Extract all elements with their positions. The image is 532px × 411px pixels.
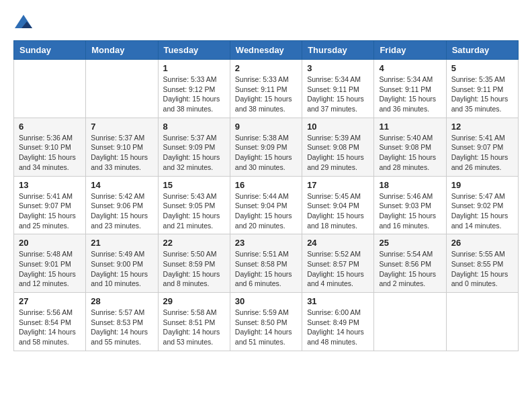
- day-number: 15: [163, 180, 225, 190]
- day-number: 13: [19, 180, 81, 190]
- day-number: 24: [307, 238, 369, 248]
- calendar-cell: 23Sunrise: 5:51 AM Sunset: 8:58 PM Dayli…: [230, 234, 302, 293]
- day-number: 20: [19, 238, 81, 248]
- day-info: Sunrise: 5:50 AM Sunset: 8:59 PM Dayligh…: [163, 249, 225, 289]
- calendar-cell: 13Sunrise: 5:41 AM Sunset: 9:07 PM Dayli…: [14, 176, 86, 234]
- day-info: Sunrise: 5:35 AM Sunset: 9:11 PM Dayligh…: [451, 75, 513, 114]
- day-info: Sunrise: 5:56 AM Sunset: 8:54 PM Dayligh…: [19, 308, 81, 347]
- day-info: Sunrise: 5:49 AM Sunset: 9:00 PM Dayligh…: [91, 249, 152, 289]
- day-number: 27: [19, 296, 81, 306]
- calendar-cell: 6Sunrise: 5:36 AM Sunset: 9:10 PM Daylig…: [14, 118, 86, 176]
- day-info: Sunrise: 5:57 AM Sunset: 8:53 PM Dayligh…: [91, 308, 152, 347]
- day-number: 23: [235, 238, 297, 248]
- day-number: 25: [379, 238, 441, 248]
- calendar-cell: [86, 60, 158, 118]
- calendar-cell: 14Sunrise: 5:42 AM Sunset: 9:06 PM Dayli…: [86, 176, 158, 234]
- calendar-cell: 3Sunrise: 5:34 AM Sunset: 9:11 PM Daylig…: [302, 60, 374, 118]
- day-info: Sunrise: 5:42 AM Sunset: 9:06 PM Dayligh…: [91, 191, 152, 231]
- calendar-header-row: SundayMondayTuesdayWednesdayThursdayFrid…: [14, 41, 519, 60]
- day-info: Sunrise: 5:41 AM Sunset: 9:07 PM Dayligh…: [19, 191, 81, 231]
- calendar-week-row: 6Sunrise: 5:36 AM Sunset: 9:10 PM Daylig…: [14, 118, 519, 176]
- day-number: 12: [451, 122, 513, 132]
- day-info: Sunrise: 5:44 AM Sunset: 9:04 PM Dayligh…: [235, 191, 297, 231]
- calendar-day-header: Saturday: [446, 41, 518, 60]
- day-number: 30: [235, 296, 297, 306]
- logo-icon: [13, 13, 34, 34]
- calendar-cell: 22Sunrise: 5:50 AM Sunset: 8:59 PM Dayli…: [158, 234, 230, 293]
- calendar-cell: 10Sunrise: 5:39 AM Sunset: 9:08 PM Dayli…: [302, 118, 374, 176]
- calendar-week-row: 20Sunrise: 5:48 AM Sunset: 9:01 PM Dayli…: [14, 234, 519, 293]
- calendar-cell: 18Sunrise: 5:46 AM Sunset: 9:03 PM Dayli…: [374, 176, 446, 234]
- calendar-cell: 26Sunrise: 5:55 AM Sunset: 8:55 PM Dayli…: [446, 234, 518, 293]
- day-info: Sunrise: 5:46 AM Sunset: 9:03 PM Dayligh…: [379, 191, 441, 231]
- calendar-cell: 12Sunrise: 5:41 AM Sunset: 9:07 PM Dayli…: [446, 118, 518, 176]
- calendar-cell: 29Sunrise: 5:58 AM Sunset: 8:51 PM Dayli…: [158, 293, 230, 351]
- calendar-cell: 30Sunrise: 5:59 AM Sunset: 8:50 PM Dayli…: [230, 293, 302, 351]
- day-info: Sunrise: 5:37 AM Sunset: 9:09 PM Dayligh…: [163, 133, 225, 173]
- day-info: Sunrise: 5:40 AM Sunset: 9:08 PM Dayligh…: [379, 133, 441, 173]
- calendar-cell: 15Sunrise: 5:43 AM Sunset: 9:05 PM Dayli…: [158, 176, 230, 234]
- day-info: Sunrise: 5:34 AM Sunset: 9:11 PM Dayligh…: [307, 75, 369, 114]
- calendar-week-row: 13Sunrise: 5:41 AM Sunset: 9:07 PM Dayli…: [14, 176, 519, 234]
- calendar-cell: 28Sunrise: 5:57 AM Sunset: 8:53 PM Dayli…: [86, 293, 158, 351]
- day-info: Sunrise: 5:33 AM Sunset: 9:12 PM Dayligh…: [163, 75, 225, 114]
- day-info: Sunrise: 6:00 AM Sunset: 8:49 PM Dayligh…: [307, 308, 369, 347]
- calendar-cell: 24Sunrise: 5:52 AM Sunset: 8:57 PM Dayli…: [302, 234, 374, 293]
- day-info: Sunrise: 5:38 AM Sunset: 9:09 PM Dayligh…: [235, 133, 297, 173]
- day-number: 17: [307, 180, 369, 190]
- day-number: 18: [379, 180, 441, 190]
- calendar-day-header: Wednesday: [230, 41, 302, 60]
- day-info: Sunrise: 5:51 AM Sunset: 8:58 PM Dayligh…: [235, 249, 297, 289]
- calendar-cell: 11Sunrise: 5:40 AM Sunset: 9:08 PM Dayli…: [374, 118, 446, 176]
- calendar-cell: [14, 60, 86, 118]
- day-number: 22: [163, 238, 225, 248]
- day-number: 4: [379, 63, 441, 73]
- day-number: 1: [163, 63, 225, 73]
- day-number: 8: [163, 122, 225, 132]
- day-number: 29: [163, 296, 225, 306]
- day-info: Sunrise: 5:58 AM Sunset: 8:51 PM Dayligh…: [163, 308, 225, 347]
- day-info: Sunrise: 5:43 AM Sunset: 9:05 PM Dayligh…: [163, 191, 225, 231]
- calendar-cell: 31Sunrise: 6:00 AM Sunset: 8:49 PM Dayli…: [302, 293, 374, 351]
- day-number: 21: [91, 238, 152, 248]
- day-number: 10: [307, 122, 369, 132]
- calendar-cell: [374, 293, 446, 351]
- day-info: Sunrise: 5:45 AM Sunset: 9:04 PM Dayligh…: [307, 191, 369, 231]
- calendar-week-row: 27Sunrise: 5:56 AM Sunset: 8:54 PM Dayli…: [14, 293, 519, 351]
- day-number: 31: [307, 296, 369, 306]
- day-number: 26: [451, 238, 513, 248]
- day-info: Sunrise: 5:55 AM Sunset: 8:55 PM Dayligh…: [451, 249, 513, 289]
- logo: [13, 13, 36, 34]
- day-info: Sunrise: 5:39 AM Sunset: 9:08 PM Dayligh…: [307, 133, 369, 173]
- calendar-week-row: 1Sunrise: 5:33 AM Sunset: 9:12 PM Daylig…: [14, 60, 519, 118]
- day-number: 2: [235, 63, 297, 73]
- calendar-cell: 4Sunrise: 5:34 AM Sunset: 9:11 PM Daylig…: [374, 60, 446, 118]
- calendar-day-header: Friday: [374, 41, 446, 60]
- calendar-cell: 16Sunrise: 5:44 AM Sunset: 9:04 PM Dayli…: [230, 176, 302, 234]
- day-number: 7: [91, 122, 152, 132]
- calendar-cell: 8Sunrise: 5:37 AM Sunset: 9:09 PM Daylig…: [158, 118, 230, 176]
- day-info: Sunrise: 5:48 AM Sunset: 9:01 PM Dayligh…: [19, 249, 81, 289]
- day-info: Sunrise: 5:41 AM Sunset: 9:07 PM Dayligh…: [451, 133, 513, 173]
- calendar-cell: 20Sunrise: 5:48 AM Sunset: 9:01 PM Dayli…: [14, 234, 86, 293]
- day-info: Sunrise: 5:34 AM Sunset: 9:11 PM Dayligh…: [379, 75, 441, 114]
- calendar-cell: 21Sunrise: 5:49 AM Sunset: 9:00 PM Dayli…: [86, 234, 158, 293]
- page-header: [13, 13, 519, 34]
- calendar-day-header: Thursday: [302, 41, 374, 60]
- day-number: 11: [379, 122, 441, 132]
- day-number: 14: [91, 180, 152, 190]
- day-info: Sunrise: 5:59 AM Sunset: 8:50 PM Dayligh…: [235, 308, 297, 347]
- calendar-day-header: Tuesday: [158, 41, 230, 60]
- day-number: 3: [307, 63, 369, 73]
- calendar-cell: 19Sunrise: 5:47 AM Sunset: 9:02 PM Dayli…: [446, 176, 518, 234]
- day-info: Sunrise: 5:47 AM Sunset: 9:02 PM Dayligh…: [451, 191, 513, 231]
- day-info: Sunrise: 5:52 AM Sunset: 8:57 PM Dayligh…: [307, 249, 369, 289]
- day-info: Sunrise: 5:36 AM Sunset: 9:10 PM Dayligh…: [19, 133, 81, 173]
- calendar-cell: [446, 293, 518, 351]
- day-info: Sunrise: 5:37 AM Sunset: 9:10 PM Dayligh…: [91, 133, 152, 173]
- day-info: Sunrise: 5:54 AM Sunset: 8:56 PM Dayligh…: [379, 249, 441, 289]
- day-number: 6: [19, 122, 81, 132]
- day-number: 28: [91, 296, 152, 306]
- calendar-cell: 25Sunrise: 5:54 AM Sunset: 8:56 PM Dayli…: [374, 234, 446, 293]
- day-number: 16: [235, 180, 297, 190]
